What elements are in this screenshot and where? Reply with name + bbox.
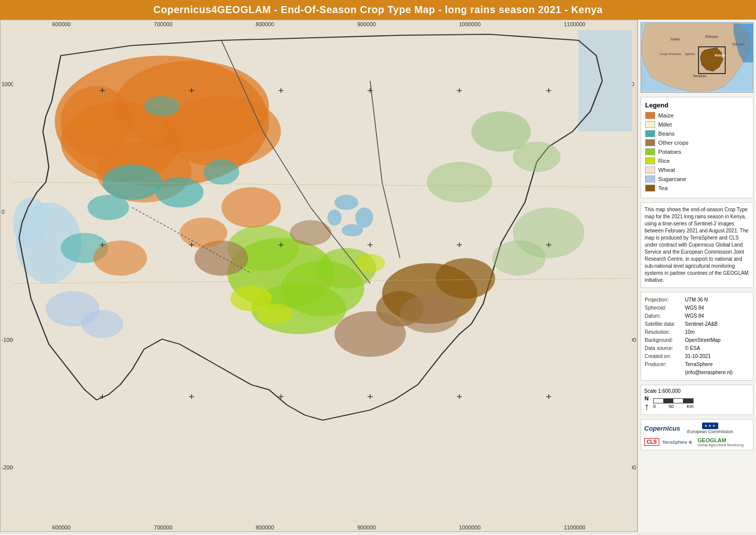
map-area: 600000 700000 800000 900000 1000000 1100… xyxy=(0,20,638,532)
map-canvas: + + + + + + + + + + + + + + + + + + xyxy=(13,30,632,516)
svg-text:+: + xyxy=(367,392,373,402)
svg-point-35 xyxy=(290,220,332,246)
svg-point-4 xyxy=(355,207,373,227)
eu-label: European Commission xyxy=(687,429,733,434)
legend-label-sugarcane: Sugarcane xyxy=(658,176,686,182)
svg-text:+: + xyxy=(188,392,195,402)
meta-created: Created on: 31-10-2021 xyxy=(645,352,749,361)
legend-title: Legend xyxy=(645,101,749,109)
legend-label-other-crops: Other crops xyxy=(658,140,688,146)
meta-datum: Datum: WGS 84 xyxy=(645,312,749,320)
legend-label-maize: Maize xyxy=(658,112,674,118)
scale-bar: Scale 1:600,000 N ↑ 0 50 xyxy=(641,385,753,415)
svg-text:+: + xyxy=(545,85,551,95)
svg-point-34 xyxy=(400,294,460,333)
svg-point-14 xyxy=(60,86,132,157)
copernicus-logo: Copernicus xyxy=(644,425,680,432)
legend-label-tea: Tea xyxy=(658,185,668,191)
svg-text:+: + xyxy=(456,240,462,250)
scale-graphic: 0 50 Km xyxy=(653,398,694,409)
legend-color-maize xyxy=(645,112,655,119)
legend-color-wheat xyxy=(645,166,655,173)
scale-visual: N ↑ 0 50 Km xyxy=(644,396,750,411)
meta-satellite: Satellite data: Sentinel-2A&B xyxy=(645,320,749,328)
svg-text:+: + xyxy=(278,240,284,250)
legend-item-sugarcane: Sugarcane xyxy=(645,175,749,183)
svg-text:+: + xyxy=(367,240,373,250)
svg-text:+: + xyxy=(456,85,462,95)
meta-producer: Producer: TerraSphere xyxy=(645,361,749,369)
svg-point-20 xyxy=(144,96,180,116)
svg-text:+: + xyxy=(188,85,195,95)
svg-point-3 xyxy=(335,195,358,210)
terrasphere-logo: TerraSphere ⊕ xyxy=(662,440,692,445)
north-arrow: N ↑ xyxy=(644,396,649,411)
meta-background: Background: OpenStreetMap xyxy=(645,336,749,344)
legend-label-potatoes: Potatoes xyxy=(658,149,681,155)
meta-spheroid: Spheroid: WGS 84 xyxy=(645,304,749,312)
legend-item-potatoes: Potatoes xyxy=(645,148,749,155)
svg-text:+: + xyxy=(99,392,105,402)
eu-logo: ★★★ xyxy=(702,423,718,429)
cls-logo: CLS xyxy=(644,438,659,446)
svg-point-42 xyxy=(513,142,560,172)
meta-projection: Projection: UTM 36 N xyxy=(645,296,749,304)
meta-datasource: Data source: © ESA xyxy=(645,344,749,352)
legend-label-wheat: Wheat xyxy=(658,167,675,173)
svg-point-43 xyxy=(427,162,492,202)
logo-row-partners: CLS TerraSphere ⊕ GEOGLAM Global Agricul… xyxy=(644,437,750,447)
legend-label-rice: Rice xyxy=(658,158,670,164)
legend-item-maize: Maize xyxy=(645,112,749,119)
main-layout: 600000 700000 800000 900000 1000000 1100… xyxy=(0,20,756,532)
sidebar: Ethiopia Somalia Sudan Congo Kinshasa Ug… xyxy=(638,20,756,532)
svg-text:+: + xyxy=(545,240,551,250)
svg-point-30 xyxy=(257,304,293,324)
map-svg: + + + + + + + + + + + + + + + + + + xyxy=(13,30,632,516)
svg-point-17 xyxy=(88,195,130,220)
legend-item-wheat: Wheat xyxy=(645,166,749,173)
svg-point-2 xyxy=(13,197,49,248)
logo-row-copernicus: Copernicus ★★★ European Commission xyxy=(644,423,750,434)
svg-point-16 xyxy=(156,177,203,207)
svg-text:Uganda: Uganda xyxy=(684,52,695,55)
legend-color-other-crops xyxy=(645,139,655,146)
svg-text:+: + xyxy=(278,392,284,402)
svg-point-38 xyxy=(180,218,227,248)
svg-point-15 xyxy=(102,164,162,200)
page-title: Copernicus4GEOGLAM - End-Of-Season Crop … xyxy=(0,0,756,20)
metadata-panel: Projection: UTM 36 N Spheroid: WGS 84 Da… xyxy=(641,292,753,381)
svg-point-6 xyxy=(327,209,341,225)
svg-text:+: + xyxy=(188,240,195,250)
svg-text:Sudan: Sudan xyxy=(670,37,680,41)
legend-color-rice xyxy=(645,157,655,164)
legend-color-beans xyxy=(645,130,655,137)
x-axis-top: 600000 700000 800000 900000 1000000 1100… xyxy=(1,21,637,27)
legend-item-other-crops: Other crops xyxy=(645,139,749,146)
scale-label: Scale 1:600,000 xyxy=(644,388,750,394)
svg-point-33 xyxy=(335,311,406,356)
svg-point-5 xyxy=(342,224,363,236)
logos-panel: Copernicus ★★★ European Commission CLS T… xyxy=(641,419,753,450)
legend-item-beans: Beans xyxy=(645,130,749,137)
legend-item-millet: Millet xyxy=(645,121,749,128)
description-text: This map shows the end-of-season Crop Ty… xyxy=(641,202,753,288)
geoglam-sub: Global Agricultural Monitoring xyxy=(698,443,743,447)
svg-text:Kenya: Kenya xyxy=(715,53,725,57)
svg-text:+: + xyxy=(367,85,373,95)
svg-text:+: + xyxy=(99,240,105,250)
legend-color-tea xyxy=(645,185,655,192)
legend-item-tea: Tea xyxy=(645,185,749,192)
svg-text:+: + xyxy=(545,392,551,402)
svg-point-45 xyxy=(492,241,546,276)
svg-point-40 xyxy=(82,310,123,338)
svg-text:+: + xyxy=(456,392,462,402)
svg-point-22 xyxy=(435,258,495,299)
legend-label-beans: Beans xyxy=(658,131,675,137)
svg-text:Tanzania: Tanzania xyxy=(692,74,706,78)
geoglam-logo: GEOGLAM xyxy=(698,437,743,443)
meta-producer2: (info@terrasphere.nl) xyxy=(645,369,749,377)
svg-point-36 xyxy=(221,187,281,227)
mini-map: Ethiopia Somalia Sudan Congo Kinshasa Ug… xyxy=(641,22,753,93)
x-axis-bottom: 600000 700000 800000 900000 1000000 1100… xyxy=(1,524,637,530)
svg-point-18 xyxy=(204,159,239,185)
